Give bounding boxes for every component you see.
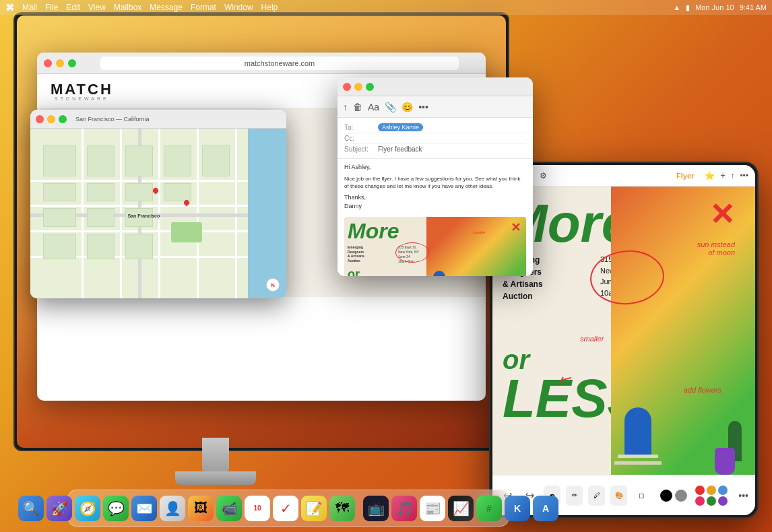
block-8 [164, 145, 192, 176]
color-black[interactable] [660, 490, 672, 502]
maps-content[interactable]: San Francisco N [30, 129, 286, 298]
minimize-button[interactable] [56, 59, 64, 67]
menu-message[interactable]: Message [150, 3, 183, 12]
ipad-share-icon[interactable]: ↑ [730, 171, 734, 180]
menu-edit[interactable]: Edit [66, 3, 80, 12]
mail-toolbar: ↑ 🗑 Aa 📎 😊 ••• [337, 96, 533, 118]
block-5 [43, 208, 76, 227]
apple-menu[interactable]: ⌘ [5, 3, 14, 13]
ipad-more-icon[interactable]: ••• [740, 171, 748, 180]
emoji-icon[interactable]: 😊 [401, 102, 413, 112]
ipad-pot [715, 448, 735, 475]
dock-app-numbers[interactable]: # [476, 496, 502, 521]
ipad-eraser-tool[interactable]: ◻ [633, 486, 649, 506]
menu-help[interactable]: Help [261, 3, 278, 12]
battery-icon: ▮ [686, 3, 690, 12]
ipad-star-icon[interactable]: ⭐ [705, 171, 715, 180]
dock-app-tv[interactable]: 📺 [363, 496, 389, 521]
time: 9:41 AM [740, 3, 767, 11]
format-icon[interactable]: Aa [368, 102, 379, 112]
menu-mailbox[interactable]: Mailbox [114, 3, 141, 12]
ipad-flyer-deco: ✕ [611, 187, 756, 475]
send-icon[interactable]: ↑ [343, 102, 348, 112]
sf-map: San Francisco N [30, 129, 286, 298]
mail-max-button[interactable] [366, 83, 374, 91]
subject-label: Subject: [344, 145, 375, 153]
color-gray[interactable] [675, 490, 687, 502]
ipad-pencil-tool[interactable]: 🖊 [588, 486, 605, 506]
ipad-steps-1 [618, 455, 658, 458]
wifi-icon: ▲ [673, 3, 680, 11]
mail-close-button[interactable] [343, 83, 351, 91]
mail-compose-window: ↑ 🗑 Aa 📎 😊 ••• To: Ashley Kamie Cc: Subj… [337, 77, 533, 276]
dock-app-mail[interactable]: ✉️ [131, 496, 157, 521]
color-red[interactable] [695, 486, 705, 495]
block-9 [202, 145, 230, 176]
maximize-button[interactable] [68, 59, 76, 67]
maps-min-button[interactable] [47, 115, 55, 123]
dock-app-facetime[interactable]: 📹 [216, 496, 242, 521]
dock-app-stocks[interactable]: 📈 [448, 496, 474, 521]
ipad-more-button[interactable]: ••• [738, 490, 748, 501]
mail-sender: Danny [344, 202, 526, 211]
menu-format[interactable]: Format [191, 3, 216, 12]
menu-view[interactable]: View [88, 3, 106, 12]
maps-close-button[interactable] [36, 115, 44, 123]
color-orange[interactable] [707, 486, 716, 495]
dock-app-safari[interactable]: 🧭 [75, 496, 100, 521]
menu-file[interactable]: File [45, 3, 58, 12]
dock-app-keynote[interactable]: K [505, 496, 530, 521]
more-icon[interactable]: ••• [418, 102, 428, 112]
dock-app-photos[interactable]: 🖼 [188, 496, 214, 521]
color-purple[interactable] [718, 496, 728, 506]
dock-app-finder[interactable]: 🔍 [18, 496, 44, 521]
block-14 [87, 234, 115, 259]
imac-stand-neck [202, 438, 229, 471]
color-blue[interactable] [718, 486, 728, 495]
menu-mail[interactable]: Mail [22, 3, 37, 12]
url-text: matchstoneware.com [245, 59, 315, 67]
dock-app-notes[interactable]: 📝 [301, 496, 327, 521]
color-pink[interactable] [695, 496, 705, 506]
mail-body[interactable]: Hi Ashley, Nice job on the flyer. I have… [337, 159, 533, 214]
ipad-settings-icon[interactable]: ⚙ [540, 171, 547, 180]
flyer-more-text: More [348, 220, 399, 242]
dock-app-reminders[interactable]: ✓ [273, 496, 298, 521]
menu-window[interactable]: Window [224, 3, 253, 12]
url-bar[interactable]: matchstoneware.com [100, 57, 459, 70]
dock-app-messages[interactable]: 💬 [103, 496, 129, 521]
delete-icon[interactable]: 🗑 [353, 102, 362, 112]
mail-titlebar [337, 77, 533, 96]
ipad-x-mark: ✕ [709, 197, 735, 232]
color-row-2 [695, 496, 728, 506]
ipad-toolbar: ↩ ↪ ✒ ✏ 🖊 🎨 ◻ [492, 475, 755, 515]
attach-icon[interactable]: 📎 [385, 102, 396, 112]
maps-max-button[interactable] [59, 115, 67, 123]
to-recipient[interactable]: Ashley Kamie [378, 123, 423, 131]
maps-window: San Francisco — California [30, 110, 286, 298]
dock-app-news[interactable]: 📰 [420, 496, 445, 521]
ipad-door [624, 407, 651, 455]
dock-app-contacts[interactable]: 👤 [160, 496, 185, 521]
ipad-add-icon[interactable]: + [720, 171, 725, 180]
imac-stand [175, 438, 256, 492]
mail-subject-row: Subject: Flyer feedback [344, 144, 526, 154]
dock-app-music[interactable]: 🎵 [391, 496, 417, 521]
subject-value: Flyer feedback [378, 145, 422, 153]
block-7 [125, 145, 154, 176]
color-green[interactable] [707, 496, 716, 506]
dock-app-launchpad[interactable]: 🚀 [46, 496, 72, 521]
menubar: ⌘ Mail File Edit View Mailbox Message Fo… [0, 0, 772, 15]
ipad-annotation-flowers: add flowers [684, 386, 721, 394]
dock-app-maps[interactable]: 🗺 [329, 496, 355, 521]
ipad-fill-tool[interactable]: 🎨 [610, 486, 627, 506]
close-button[interactable] [44, 59, 52, 67]
dock-app-appstore[interactable]: A [533, 496, 558, 521]
flyer-x: ✕ [511, 220, 521, 235]
ipad-steps-2 [614, 461, 662, 465]
dock-app-calendar[interactable]: 10 [245, 496, 270, 521]
mail-body-text: Nice job on the flyer. I have a few sugg… [344, 175, 526, 190]
mail-min-button[interactable] [354, 83, 362, 91]
ipad-marker-tool[interactable]: ✏ [566, 486, 583, 506]
block-6 [87, 208, 115, 227]
